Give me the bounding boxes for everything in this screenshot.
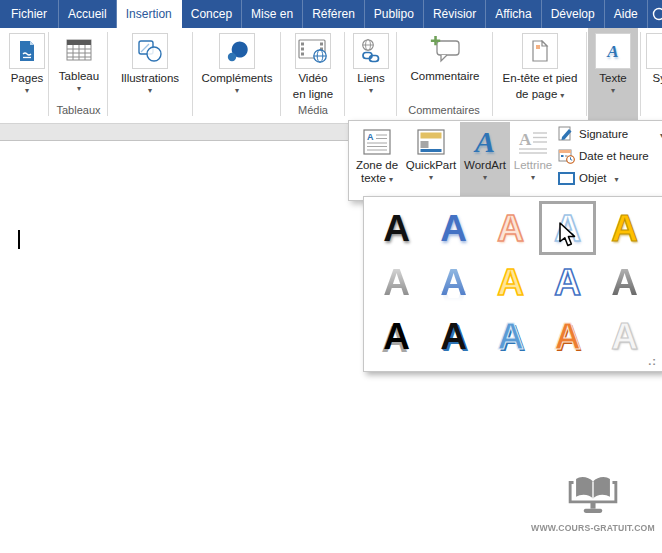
wordart-style-1[interactable]: A	[368, 201, 425, 255]
tableau-label: Tableau	[59, 70, 99, 83]
chevron-down-icon	[369, 85, 373, 95]
complements-icon	[219, 33, 255, 69]
table-icon	[62, 33, 96, 67]
flyout-menu: Signature Date et heure Objet	[556, 123, 662, 189]
liens-label: Liens	[357, 72, 385, 85]
signature-menu-item[interactable]: Signature	[556, 123, 662, 145]
liens-button[interactable]: Liens	[350, 30, 392, 120]
wordart-style-5[interactable]: A	[596, 201, 653, 255]
menubar: Fichier Accueil Insertion Concep Mise en…	[0, 0, 662, 28]
tab-aide[interactable]: Aide	[605, 0, 648, 28]
wordart-style-15[interactable]: A	[596, 309, 653, 363]
tab-mise-en-page[interactable]: Mise en	[242, 0, 303, 28]
chevron-down-icon	[429, 172, 433, 182]
wordart-style-12[interactable]: A	[425, 309, 482, 363]
letter-a-glyph: A	[475, 127, 495, 157]
complements-button[interactable]: Compléments	[198, 30, 276, 120]
entete-label-line2: de page	[516, 88, 558, 100]
zone-de-texte-label-line1: Zone de	[356, 159, 398, 172]
tab-fichier[interactable]: Fichier	[0, 0, 59, 28]
tab-developpeur[interactable]: Dévelop	[542, 0, 605, 28]
chevron-down-icon	[386, 172, 393, 184]
signature-label: Signature	[579, 128, 628, 140]
wordart-style-3[interactable]: A	[482, 201, 539, 255]
symboles-button[interactable]: Sym	[644, 30, 662, 120]
illustrations-button[interactable]: Illustrations	[112, 30, 188, 120]
resize-grip-icon[interactable]	[648, 351, 657, 369]
signature-icon	[556, 126, 576, 142]
illustrations-icon	[132, 33, 168, 69]
wordart-style-6[interactable]: A	[368, 255, 425, 309]
group-label-media: Média	[284, 104, 342, 116]
entete-label-line1: En-tête et pied	[503, 72, 578, 85]
header-footer-icon	[522, 33, 558, 69]
wordart-label: WordArt	[464, 159, 506, 172]
wordart-style-8[interactable]: A	[482, 255, 539, 309]
mouse-cursor-icon	[558, 222, 580, 253]
cours-gratuit-logo-icon	[567, 474, 619, 518]
word-window: Fichier Accueil Insertion Concep Mise en…	[0, 0, 662, 553]
links-icon	[353, 33, 389, 69]
entete-pied-button[interactable]: En-tête et pied de page	[496, 30, 584, 120]
letter-a-glyph: A	[607, 43, 618, 60]
tab-publipostage[interactable]: Publipo	[365, 0, 424, 28]
date-heure-menu-item[interactable]: Date et heure	[556, 145, 662, 167]
date-time-icon	[556, 148, 576, 164]
svg-text:A: A	[367, 132, 374, 142]
object-icon	[556, 172, 576, 185]
svg-text:A: A	[519, 130, 532, 149]
quickpart-label: QuickPart	[406, 159, 457, 172]
wordart-style-13[interactable]: A	[482, 309, 539, 363]
texte-button[interactable]: A Texte	[588, 28, 638, 125]
tab-conception[interactable]: Concep	[182, 0, 242, 28]
chevron-down-icon	[148, 85, 152, 95]
group-separator	[492, 32, 493, 116]
search-icon[interactable]	[651, 6, 662, 27]
group-separator	[586, 32, 587, 116]
complements-label: Compléments	[202, 72, 273, 85]
pages-icon	[9, 33, 45, 69]
online-video-icon	[295, 33, 331, 69]
quickpart-icon	[417, 125, 445, 159]
wordart-style-11[interactable]: A	[368, 309, 425, 363]
chevron-down-icon	[611, 85, 615, 95]
wordart-style-9[interactable]: A	[539, 255, 596, 309]
drop-cap-icon: A	[518, 125, 548, 159]
comment-icon	[428, 33, 462, 67]
wordart-style-10[interactable]: A	[596, 255, 653, 309]
wordart-gallery: A A A A A A A A A A A A A A A	[363, 196, 662, 372]
wordart-style-14[interactable]: A	[539, 309, 596, 363]
text-cursor	[18, 230, 20, 249]
group-separator	[48, 32, 49, 116]
group-label-tableaux: Tableaux	[50, 104, 107, 116]
wordart-style-2[interactable]: A	[425, 201, 482, 255]
zone-de-texte-button[interactable]: A Zone de texte	[352, 122, 402, 198]
tab-insertion[interactable]: Insertion	[117, 0, 182, 28]
group-label-commentaires: Commentaires	[398, 104, 490, 116]
group-separator	[396, 32, 397, 116]
video-label-line1: Vidéo	[298, 72, 327, 85]
group-separator	[280, 32, 281, 116]
group-separator	[107, 32, 108, 116]
wordart-button[interactable]: A WordArt	[460, 122, 510, 198]
chevron-down-icon	[483, 172, 487, 182]
tab-references[interactable]: Référen	[303, 0, 365, 28]
tab-revision[interactable]: Révisior	[424, 0, 486, 28]
tab-accueil[interactable]: Accueil	[59, 0, 117, 28]
tab-affichage[interactable]: Afficha	[486, 0, 541, 28]
chevron-down-icon	[235, 85, 239, 95]
zone-de-texte-label-line2: texte	[361, 172, 386, 184]
group-separator	[344, 32, 345, 116]
pages-button[interactable]: Pages	[6, 30, 48, 120]
chevron-down-icon	[531, 172, 535, 182]
texte-label: Texte	[599, 72, 627, 85]
texte-flyout: A Zone de texte QuickPart A WordArt A Le…	[348, 120, 662, 201]
chevron-down-icon	[557, 88, 564, 100]
ribbon: Pages Tableau Illustrations Compléments	[0, 28, 662, 124]
quickpart-button[interactable]: QuickPart	[404, 122, 458, 198]
illustrations-label: Illustrations	[121, 72, 179, 85]
group-separator	[192, 32, 193, 116]
watermark-text: WWW.COURS-GRATUIT.COM	[530, 523, 657, 533]
wordart-style-7[interactable]: A	[425, 255, 482, 309]
objet-menu-item[interactable]: Objet	[556, 167, 662, 189]
